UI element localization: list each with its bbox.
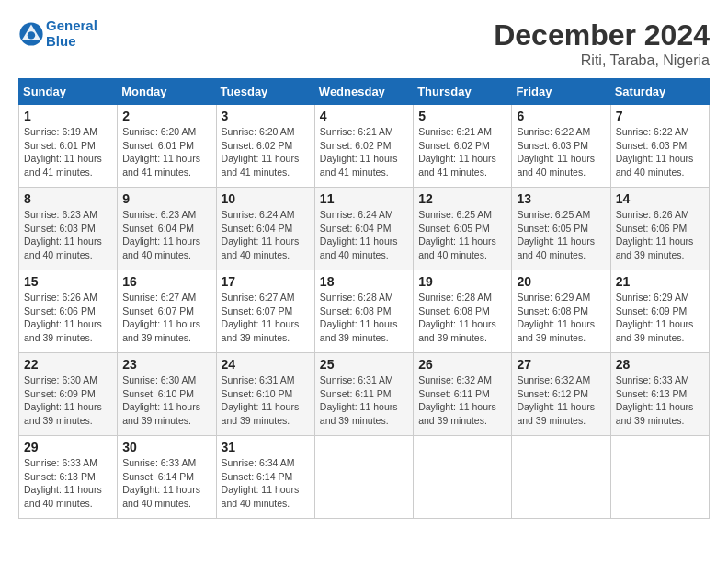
day-info: Sunrise: 6:22 AM Sunset: 6:03 PM Dayligh… bbox=[517, 125, 605, 179]
day-number: 9 bbox=[122, 191, 210, 206]
day-info: Sunrise: 6:29 AM Sunset: 6:08 PM Dayligh… bbox=[517, 291, 605, 345]
calendar-header-row: SundayMondayTuesdayWednesdayThursdayFrid… bbox=[19, 79, 710, 105]
day-info: Sunrise: 6:30 AM Sunset: 6:09 PM Dayligh… bbox=[24, 373, 112, 428]
logo-text-blue: Blue bbox=[46, 34, 97, 50]
day-number: 24 bbox=[222, 357, 310, 372]
day-cell-14: 14 Sunrise: 6:26 AM Sunset: 6:06 PM Dayl… bbox=[610, 188, 709, 270]
day-info: Sunrise: 6:32 AM Sunset: 6:11 PM Dayligh… bbox=[418, 373, 506, 428]
day-number: 29 bbox=[24, 440, 112, 454]
day-number: 7 bbox=[616, 109, 704, 123]
day-cell-3: 3 Sunrise: 6:20 AM Sunset: 6:02 PM Dayli… bbox=[216, 105, 314, 188]
day-info: Sunrise: 6:29 AM Sunset: 6:09 PM Dayligh… bbox=[616, 291, 704, 345]
header-saturday: Saturday bbox=[610, 79, 709, 105]
day-cell-28: 28 Sunrise: 6:33 AM Sunset: 6:13 PM Dayl… bbox=[610, 353, 709, 436]
day-info: Sunrise: 6:21 AM Sunset: 6:02 PM Dayligh… bbox=[418, 125, 506, 179]
day-cell-15: 15 Sunrise: 6:26 AM Sunset: 6:06 PM Dayl… bbox=[19, 270, 118, 353]
day-number: 12 bbox=[418, 191, 506, 206]
day-info: Sunrise: 6:31 AM Sunset: 6:10 PM Dayligh… bbox=[222, 373, 310, 428]
day-number: 26 bbox=[418, 357, 506, 372]
day-info: Sunrise: 6:34 AM Sunset: 6:14 PM Dayligh… bbox=[222, 456, 310, 511]
header: General Blue December 2024 Riti, Taraba,… bbox=[18, 18, 710, 69]
day-cell-16: 16 Sunrise: 6:27 AM Sunset: 6:07 PM Dayl… bbox=[118, 270, 216, 353]
day-info: Sunrise: 6:27 AM Sunset: 6:07 PM Dayligh… bbox=[222, 291, 310, 345]
day-number: 18 bbox=[320, 274, 408, 289]
day-info: Sunrise: 6:26 AM Sunset: 6:06 PM Dayligh… bbox=[616, 208, 704, 262]
day-cell-8: 8 Sunrise: 6:23 AM Sunset: 6:03 PM Dayli… bbox=[19, 188, 118, 270]
day-number: 17 bbox=[222, 274, 310, 289]
day-number: 28 bbox=[616, 357, 704, 372]
header-tuesday: Tuesday bbox=[216, 79, 314, 105]
logo-text-general: General bbox=[46, 18, 97, 34]
day-cell-9: 9 Sunrise: 6:23 AM Sunset: 6:04 PM Dayli… bbox=[118, 188, 216, 270]
day-number: 15 bbox=[24, 274, 112, 289]
week-row-3: 15 Sunrise: 6:26 AM Sunset: 6:06 PM Dayl… bbox=[19, 270, 710, 353]
day-number: 8 bbox=[24, 191, 112, 206]
day-number: 14 bbox=[616, 191, 704, 206]
header-friday: Friday bbox=[512, 79, 610, 105]
day-info: Sunrise: 6:33 AM Sunset: 6:13 PM Dayligh… bbox=[616, 373, 704, 428]
day-cell-18: 18 Sunrise: 6:28 AM Sunset: 6:08 PM Dayl… bbox=[314, 270, 413, 353]
day-info: Sunrise: 6:24 AM Sunset: 6:04 PM Dayligh… bbox=[222, 208, 310, 262]
day-cell-10: 10 Sunrise: 6:24 AM Sunset: 6:04 PM Dayl… bbox=[216, 188, 314, 270]
day-cell-17: 17 Sunrise: 6:27 AM Sunset: 6:07 PM Dayl… bbox=[216, 270, 314, 353]
day-cell-23: 23 Sunrise: 6:30 AM Sunset: 6:10 PM Dayl… bbox=[118, 353, 216, 436]
day-cell-22: 22 Sunrise: 6:30 AM Sunset: 6:09 PM Dayl… bbox=[19, 353, 118, 436]
day-cell-29: 29 Sunrise: 6:33 AM Sunset: 6:13 PM Dayl… bbox=[19, 436, 118, 519]
day-number: 25 bbox=[320, 357, 408, 372]
day-info: Sunrise: 6:31 AM Sunset: 6:11 PM Dayligh… bbox=[320, 373, 408, 428]
day-cell-6: 6 Sunrise: 6:22 AM Sunset: 6:03 PM Dayli… bbox=[512, 105, 610, 188]
week-row-5: 29 Sunrise: 6:33 AM Sunset: 6:13 PM Dayl… bbox=[19, 436, 710, 519]
day-number: 22 bbox=[24, 357, 112, 372]
day-number: 30 bbox=[122, 440, 210, 454]
day-cell-24: 24 Sunrise: 6:31 AM Sunset: 6:10 PM Dayl… bbox=[216, 353, 314, 436]
empty-cell bbox=[610, 436, 709, 519]
day-number: 16 bbox=[122, 274, 210, 289]
day-cell-21: 21 Sunrise: 6:29 AM Sunset: 6:09 PM Dayl… bbox=[610, 270, 709, 353]
day-cell-19: 19 Sunrise: 6:28 AM Sunset: 6:08 PM Dayl… bbox=[414, 270, 512, 353]
day-number: 23 bbox=[122, 357, 210, 372]
day-info: Sunrise: 6:32 AM Sunset: 6:12 PM Dayligh… bbox=[517, 373, 605, 428]
day-number: 20 bbox=[517, 274, 605, 289]
day-number: 6 bbox=[517, 109, 605, 123]
location-title: Riti, Taraba, Nigeria bbox=[494, 52, 710, 69]
day-info: Sunrise: 6:21 AM Sunset: 6:02 PM Dayligh… bbox=[320, 125, 408, 179]
day-cell-26: 26 Sunrise: 6:32 AM Sunset: 6:11 PM Dayl… bbox=[414, 353, 512, 436]
day-cell-2: 2 Sunrise: 6:20 AM Sunset: 6:01 PM Dayli… bbox=[118, 105, 216, 188]
day-number: 19 bbox=[418, 274, 506, 289]
day-info: Sunrise: 6:23 AM Sunset: 6:04 PM Dayligh… bbox=[122, 208, 210, 262]
header-thursday: Thursday bbox=[414, 79, 512, 105]
day-cell-5: 5 Sunrise: 6:21 AM Sunset: 6:02 PM Dayli… bbox=[414, 105, 512, 188]
logo-icon bbox=[18, 21, 44, 47]
day-number: 13 bbox=[517, 191, 605, 206]
day-number: 21 bbox=[616, 274, 704, 289]
day-cell-31: 31 Sunrise: 6:34 AM Sunset: 6:14 PM Dayl… bbox=[216, 436, 314, 519]
day-cell-13: 13 Sunrise: 6:25 AM Sunset: 6:05 PM Dayl… bbox=[512, 188, 610, 270]
empty-cell bbox=[512, 436, 610, 519]
day-info: Sunrise: 6:25 AM Sunset: 6:05 PM Dayligh… bbox=[418, 208, 506, 262]
empty-cell bbox=[414, 436, 512, 519]
day-number: 27 bbox=[517, 357, 605, 372]
day-cell-1: 1 Sunrise: 6:19 AM Sunset: 6:01 PM Dayli… bbox=[19, 105, 118, 188]
day-cell-27: 27 Sunrise: 6:32 AM Sunset: 6:12 PM Dayl… bbox=[512, 353, 610, 436]
day-number: 1 bbox=[24, 109, 112, 123]
day-info: Sunrise: 6:33 AM Sunset: 6:14 PM Dayligh… bbox=[122, 456, 210, 511]
day-info: Sunrise: 6:26 AM Sunset: 6:06 PM Dayligh… bbox=[24, 291, 112, 345]
calendar-table: SundayMondayTuesdayWednesdayThursdayFrid… bbox=[18, 78, 710, 519]
svg-point-2 bbox=[28, 31, 35, 39]
day-cell-7: 7 Sunrise: 6:22 AM Sunset: 6:03 PM Dayli… bbox=[610, 105, 709, 188]
day-number: 5 bbox=[418, 109, 506, 123]
week-row-4: 22 Sunrise: 6:30 AM Sunset: 6:09 PM Dayl… bbox=[19, 353, 710, 436]
header-sunday: Sunday bbox=[19, 79, 118, 105]
day-info: Sunrise: 6:20 AM Sunset: 6:02 PM Dayligh… bbox=[222, 125, 310, 179]
day-info: Sunrise: 6:23 AM Sunset: 6:03 PM Dayligh… bbox=[24, 208, 112, 262]
day-info: Sunrise: 6:19 AM Sunset: 6:01 PM Dayligh… bbox=[24, 125, 112, 179]
day-cell-11: 11 Sunrise: 6:24 AM Sunset: 6:04 PM Dayl… bbox=[314, 188, 413, 270]
title-section: December 2024 Riti, Taraba, Nigeria bbox=[494, 18, 710, 69]
day-cell-30: 30 Sunrise: 6:33 AM Sunset: 6:14 PM Dayl… bbox=[118, 436, 216, 519]
logo: General Blue bbox=[18, 18, 97, 49]
day-info: Sunrise: 6:27 AM Sunset: 6:07 PM Dayligh… bbox=[122, 291, 210, 345]
header-wednesday: Wednesday bbox=[314, 79, 413, 105]
day-cell-25: 25 Sunrise: 6:31 AM Sunset: 6:11 PM Dayl… bbox=[314, 353, 413, 436]
day-cell-4: 4 Sunrise: 6:21 AM Sunset: 6:02 PM Dayli… bbox=[314, 105, 413, 188]
day-number: 4 bbox=[320, 109, 408, 123]
